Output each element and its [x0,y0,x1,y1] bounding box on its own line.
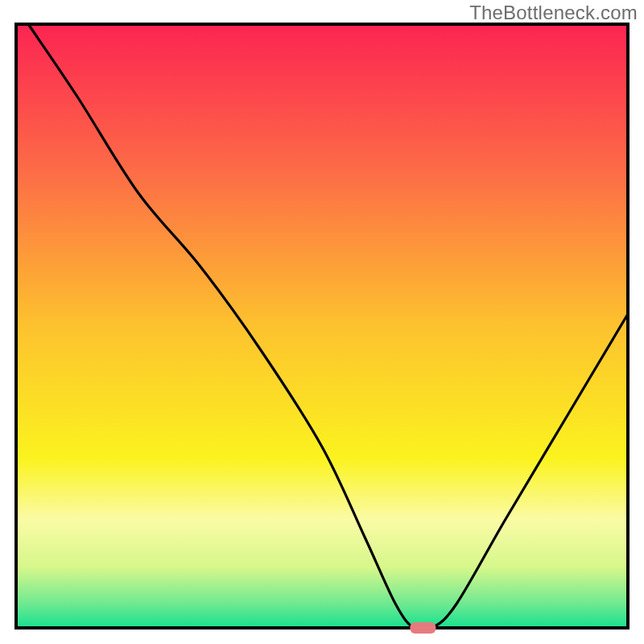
chart-container: TheBottleneck.com [0,0,644,644]
bottleneck-chart [0,0,644,644]
optimum-marker [410,622,436,634]
plot-background [16,24,628,628]
